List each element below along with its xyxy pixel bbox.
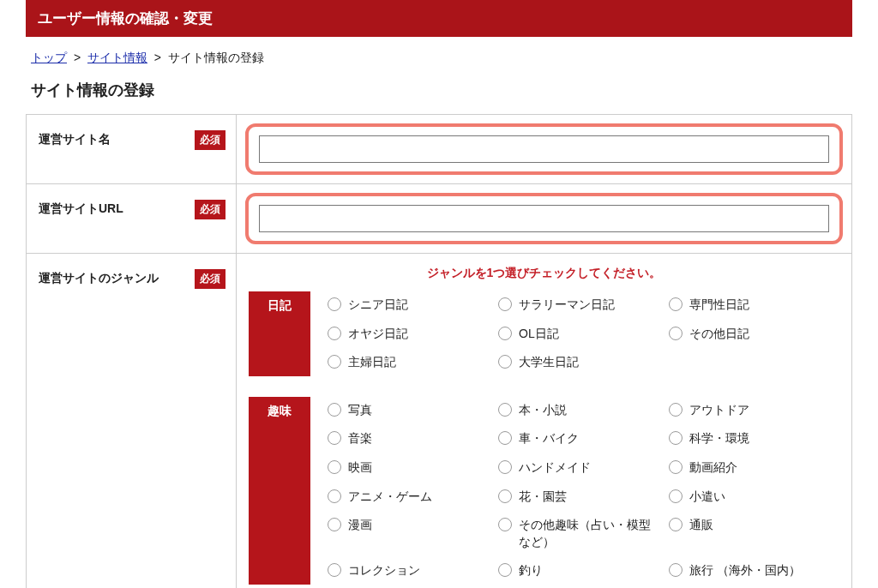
radio-icon <box>328 563 341 577</box>
radio-icon <box>498 518 512 531</box>
genre-option-label: オヤジ日記 <box>348 326 408 343</box>
breadcrumb-link-top[interactable]: トップ <box>31 51 67 64</box>
radio-icon <box>328 355 341 369</box>
genre-option-label: 動画紹介 <box>689 459 737 477</box>
radio-icon <box>498 297 512 311</box>
form-table: 運営サイト名 必須 運営サイトURL 必須 運営サイトのジャンル <box>26 114 852 588</box>
genre-option[interactable]: 花・園芸 <box>498 489 662 506</box>
genre-option[interactable]: サラリーマン日記 <box>498 297 662 314</box>
genre-option-label: その他日記 <box>689 326 749 343</box>
required-badge: 必須 <box>195 200 226 219</box>
genre-option[interactable]: 通販 <box>669 517 833 550</box>
genre-option-label: 釣り <box>519 562 543 579</box>
cell-genre: ジャンルを1つ選びチェックしてください。 日記シニア日記サラリーマン日記専門性日… <box>237 254 852 589</box>
row-siteurl: 運営サイトURL 必須 <box>27 184 852 254</box>
radio-icon <box>669 460 683 474</box>
genre-option-spacer <box>669 354 833 371</box>
genre-option-label: 車・バイク <box>519 430 579 447</box>
radio-icon <box>669 563 683 577</box>
required-badge: 必須 <box>195 130 226 150</box>
genre-option-label: アニメ・ゲーム <box>348 489 432 506</box>
breadcrumb-sep: > <box>154 51 161 64</box>
radio-icon <box>328 431 341 445</box>
genre-option-label: 主婦日記 <box>348 354 396 371</box>
breadcrumb-link-siteinfo[interactable]: サイト情報 <box>87 51 147 64</box>
breadcrumb: トップ > サイト情報 > サイト情報の登録 <box>26 47 852 75</box>
breadcrumb-current: サイト情報の登録 <box>168 51 264 64</box>
breadcrumb-sep: > <box>74 51 81 64</box>
genre-option[interactable]: 写真 <box>328 402 491 419</box>
genre-option-label: コレクション <box>348 562 420 579</box>
genre-option[interactable]: シニア日記 <box>328 297 491 314</box>
genre-option-label: 音楽 <box>348 430 372 447</box>
radio-icon <box>498 460 512 474</box>
genre-group: 日記シニア日記サラリーマン日記専門性日記オヤジ日記OL日記その他日記主婦日記大学… <box>249 291 839 376</box>
label-siteurl: 運営サイトURL 必須 <box>27 184 237 254</box>
cell-sitename <box>237 115 852 184</box>
genre-option[interactable]: 専門性日記 <box>669 297 833 314</box>
label-siteurl-text: 運営サイトURL <box>39 201 123 215</box>
genre-option[interactable]: 本・小説 <box>498 402 662 419</box>
genre-option-label: ハンドメイド <box>519 459 591 477</box>
cell-siteurl <box>237 184 852 254</box>
genre-option-label: 漫画 <box>348 517 372 534</box>
radio-icon <box>498 355 512 369</box>
label-genre-text: 運営サイトのジャンル <box>39 271 159 285</box>
radio-icon <box>669 489 683 503</box>
radio-icon <box>328 489 341 503</box>
genre-option-label: シニア日記 <box>348 297 408 314</box>
radio-icon <box>669 297 683 311</box>
radio-icon <box>328 297 341 311</box>
required-badge: 必須 <box>195 269 226 289</box>
genre-option[interactable]: OL日記 <box>498 326 662 343</box>
radio-icon <box>669 431 683 445</box>
genre-option[interactable]: オヤジ日記 <box>328 326 491 343</box>
genre-option[interactable]: 主婦日記 <box>328 354 491 371</box>
genre-option[interactable]: 車・バイク <box>498 430 662 447</box>
genre-instruction: ジャンルを1つ選びチェックしてください。 <box>249 266 839 281</box>
genre-option-label: 通販 <box>689 517 713 534</box>
radio-icon <box>669 327 683 340</box>
page-title: サイト情報の登録 <box>26 75 852 114</box>
label-sitename-text: 運営サイト名 <box>39 132 111 146</box>
genre-option[interactable]: アニメ・ゲーム <box>328 489 491 506</box>
genre-option-label: サラリーマン日記 <box>519 297 615 314</box>
genre-option[interactable]: コレクション <box>328 562 491 579</box>
genre-option[interactable]: 小遣い <box>669 489 833 506</box>
radio-icon <box>669 403 683 417</box>
genre-option[interactable]: ハンドメイド <box>498 459 662 477</box>
genre-option-label: 花・園芸 <box>519 489 567 506</box>
radio-icon <box>669 518 683 531</box>
page-header-bar: ユーザー情報の確認・変更 <box>26 0 852 37</box>
genre-option-label: 専門性日記 <box>689 297 749 314</box>
genre-option-label: 科学・環境 <box>689 430 749 447</box>
genre-options: 写真本・小説アウトドア音楽車・バイク科学・環境映画ハンドメイド動画紹介アニメ・ゲ… <box>310 397 839 585</box>
radio-icon <box>328 460 341 474</box>
genre-option[interactable]: 大学生日記 <box>498 354 662 371</box>
genre-option[interactable]: 映画 <box>328 459 491 477</box>
genre-group-label: 趣味 <box>249 397 310 585</box>
sitename-input[interactable] <box>259 135 829 163</box>
row-sitename: 運営サイト名 必須 <box>27 115 852 184</box>
genre-group: 趣味写真本・小説アウトドア音楽車・バイク科学・環境映画ハンドメイド動画紹介アニメ… <box>249 397 839 585</box>
genre-option[interactable]: その他趣味（占い・模型など） <box>498 517 662 550</box>
genre-option[interactable]: その他日記 <box>669 326 833 343</box>
siteurl-input[interactable] <box>259 205 829 232</box>
genre-options: シニア日記サラリーマン日記専門性日記オヤジ日記OL日記その他日記主婦日記大学生日… <box>310 291 839 376</box>
genre-option-label: 写真 <box>348 402 372 419</box>
genre-option[interactable]: 旅行 （海外・国内） <box>669 562 833 579</box>
label-sitename: 運営サイト名 必須 <box>27 115 237 184</box>
genre-option-label: 旅行 （海外・国内） <box>689 562 801 579</box>
genre-option[interactable]: 動画紹介 <box>669 459 833 477</box>
genre-option-label: アウトドア <box>689 402 749 419</box>
genre-option-label: その他趣味（占い・模型など） <box>519 517 662 550</box>
genre-option[interactable]: アウトドア <box>669 402 833 419</box>
page-header-title: ユーザー情報の確認・変更 <box>38 10 213 27</box>
highlight-sitename <box>245 123 843 175</box>
genre-option[interactable]: 科学・環境 <box>669 430 833 447</box>
genre-option-label: 本・小説 <box>519 402 567 419</box>
radio-icon <box>498 489 512 503</box>
genre-option[interactable]: 音楽 <box>328 430 491 447</box>
genre-option[interactable]: 漫画 <box>328 517 491 550</box>
genre-option[interactable]: 釣り <box>498 562 662 579</box>
